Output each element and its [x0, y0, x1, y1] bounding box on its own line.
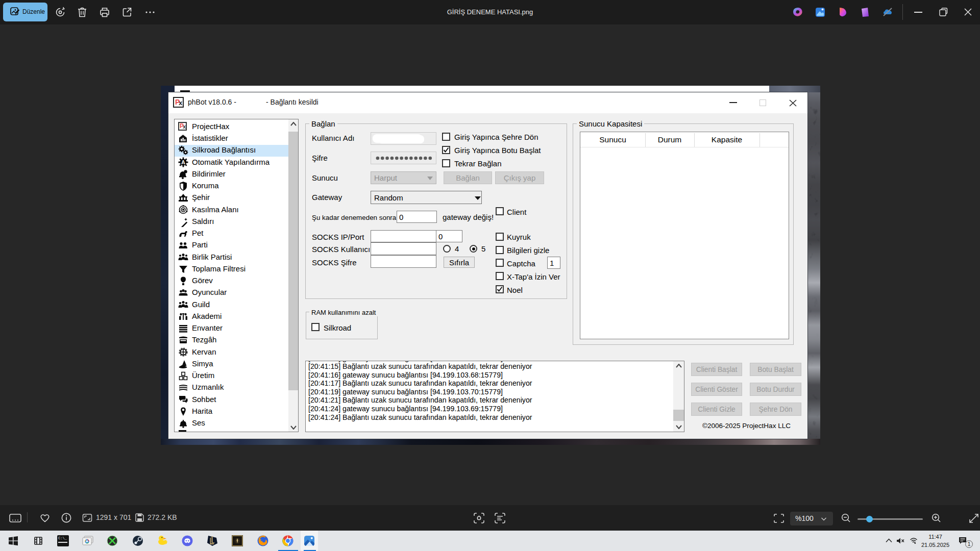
- svg-text:A: A: [181, 159, 185, 165]
